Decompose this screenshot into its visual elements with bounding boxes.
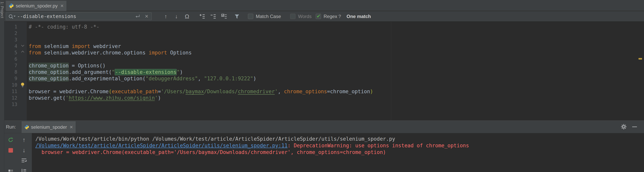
code-token: .add_experimental_option( <box>69 76 146 82</box>
code-token: "127.0.0.1:9222" <box>204 76 253 82</box>
line-number: 3 <box>4 37 26 43</box>
code-token: selenium.webdriver.chrome.options <box>41 50 149 56</box>
project-tool-button[interactable]: 1: Project <box>0 0 4 172</box>
code-token: ) <box>253 76 256 82</box>
next-occurrence-icon[interactable]: ↓ <box>172 12 181 21</box>
code-token: chromedriver <box>238 88 275 94</box>
code-token: ) <box>370 88 373 94</box>
code-token: import <box>149 50 167 56</box>
code-line[interactable]: chrome_option.add_argument("--disable-ex… <box>29 69 644 76</box>
intention-bulb-icon[interactable] <box>20 83 25 87</box>
code-token: executable_path <box>112 88 158 94</box>
code-token: browser.get( <box>29 95 66 101</box>
code-token: from <box>29 50 41 56</box>
insert-newline-icon[interactable] <box>135 14 140 19</box>
tab-selenium-spoder-py[interactable]: selenium_spoder.py × <box>6 1 66 11</box>
console-text: /Volumes/Work/test/article/bin/python /V… <box>35 136 395 142</box>
regex-checkbox[interactable] <box>316 14 321 19</box>
code-line[interactable]: browser.get('https://www.zhihu.com/signi… <box>29 95 644 101</box>
search-icon[interactable] <box>8 14 16 20</box>
code-line[interactable] <box>29 30 644 37</box>
code-token: chrome_option <box>330 88 370 94</box>
console-text: browser = webdriver.Chrome(executable_pa… <box>35 149 386 155</box>
line-number: 8 <box>4 69 26 76</box>
code-token: = <box>327 88 330 94</box>
scroll-to-end-icon[interactable] <box>20 167 28 172</box>
run-tab-selenium-spoder[interactable]: selenium_spoder × <box>22 121 76 133</box>
find-bar: × ↑ ↓ Ω Match Case Words Regex ? One mat… <box>4 11 644 21</box>
editor-tab-bar: selenium_spoder.py × <box>4 0 644 11</box>
gutter[interactable]: 12345678910111213 <box>4 22 26 120</box>
rerun-icon[interactable] <box>6 136 15 144</box>
code-line[interactable] <box>29 37 644 43</box>
previous-occurrence-icon[interactable]: ↑ <box>162 12 170 21</box>
code-token: = Options() <box>69 63 106 69</box>
clear-search-icon[interactable]: × <box>145 13 148 20</box>
match-case-checkbox[interactable] <box>248 14 253 19</box>
code-token: , <box>278 88 284 94</box>
code-line[interactable]: from selenium import webdriver <box>29 43 644 50</box>
editor[interactable]: 12345678910111213 # -*- coding: utf-8 -*… <box>4 22 644 120</box>
code-line[interactable] <box>29 82 644 88</box>
line-number: 12 <box>4 95 26 101</box>
code-token: # -*- coding: utf-8 -*- <box>29 24 100 30</box>
code-line[interactable]: chrome_option = Options() <box>29 63 644 69</box>
code-token: '/Users/ <box>161 88 186 94</box>
code-line[interactable] <box>29 56 644 63</box>
console-text: : DeprecationWarning: use options instea… <box>288 143 469 149</box>
tab-title: selenium_spoder.py <box>16 3 58 9</box>
line-number: 7 <box>4 63 26 69</box>
words-checkbox[interactable] <box>290 14 296 19</box>
regex-label[interactable]: Regex <box>324 11 337 21</box>
find-all-occurrences-icon[interactable]: Ω <box>183 12 191 21</box>
words-label[interactable]: Words <box>298 11 312 21</box>
filter-icon[interactable] <box>232 12 241 21</box>
gear-icon[interactable] <box>621 124 627 130</box>
code-token: import <box>72 43 90 49</box>
code-lines[interactable]: # -*- coding: utf-8 -*- from selenium im… <box>27 22 644 120</box>
code-token: ' <box>155 95 158 101</box>
right-margin-guide <box>391 22 391 120</box>
ide-window: 1: Project selenium_spoder.py × × <box>0 0 644 172</box>
console-settings-icon[interactable] <box>6 167 15 172</box>
code-token: .add_argument( <box>69 69 112 75</box>
regex-help-icon[interactable]: ? <box>338 11 341 21</box>
code-token: chrome_option <box>29 76 69 82</box>
console-line: /Volumes/Work/test/article/bin/python /V… <box>35 136 644 142</box>
search-field[interactable]: × <box>6 12 152 20</box>
match-case-label[interactable]: Match Case <box>256 11 281 21</box>
tab-close-icon[interactable]: × <box>60 3 64 9</box>
code-token: ) <box>180 69 183 75</box>
search-result-count: One match <box>346 11 371 21</box>
search-input[interactable] <box>17 12 127 20</box>
remove-selection-icon[interactable] <box>209 12 218 21</box>
code-token: ) <box>158 95 161 101</box>
add-selection-icon[interactable] <box>198 12 206 21</box>
code-token: " <box>176 69 180 75</box>
python-icon <box>9 3 14 8</box>
up-arrow-icon[interactable]: ↑ <box>20 136 28 144</box>
select-all-occurrences-icon[interactable] <box>220 12 228 21</box>
console-link[interactable]: /Volumes/Work/test/article/ArticleSpider… <box>35 143 288 149</box>
code-line[interactable]: from selenium.webdriver.chrome.options i… <box>29 50 644 56</box>
down-arrow-icon[interactable]: ↓ <box>20 146 28 155</box>
stop-icon[interactable] <box>6 146 15 155</box>
code-token: /Downloads/ <box>204 88 238 94</box>
code-token: ' <box>66 95 69 101</box>
warning-stripe-mark[interactable] <box>638 58 642 60</box>
code-token: , <box>198 76 204 82</box>
console-line: /Volumes/Work/test/article/ArticleSpider… <box>35 142 644 149</box>
run-tab-close-icon[interactable]: × <box>70 124 73 130</box>
line-number: 11 <box>4 88 26 95</box>
code-line[interactable] <box>29 101 644 108</box>
console-output[interactable]: /Volumes/Work/test/article/bin/python /V… <box>32 133 644 172</box>
code-line[interactable]: # -*- coding: utf-8 -*- <box>29 24 644 30</box>
code-line[interactable]: chrome_option.add_experimental_option("d… <box>29 76 644 82</box>
run-toolbar: ↑ ↓ <box>4 133 32 172</box>
line-number: 9 <box>4 76 26 82</box>
soft-wrap-icon[interactable] <box>20 156 28 165</box>
code-line[interactable]: browser = webdriver.Chrome(executable_pa… <box>29 88 644 95</box>
project-tool-label[interactable]: 1: Project <box>0 1 4 18</box>
code-token: "debuggerAddress" <box>146 76 198 82</box>
minimize-panel-icon[interactable] <box>632 127 637 127</box>
